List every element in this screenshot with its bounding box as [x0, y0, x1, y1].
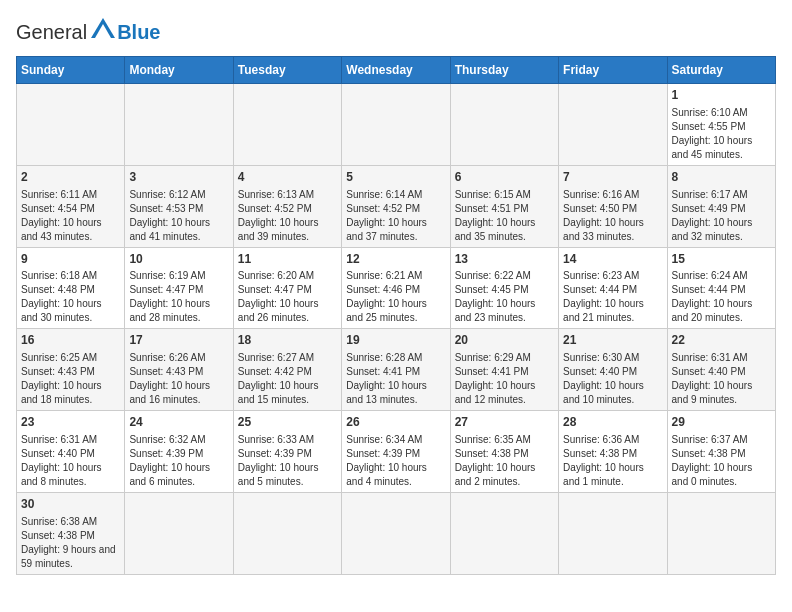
day-info: Sunrise: 6:29 AM Sunset: 4:41 PM Dayligh…	[455, 351, 554, 407]
day-info: Sunrise: 6:34 AM Sunset: 4:39 PM Dayligh…	[346, 433, 445, 489]
logo: General Blue	[16, 16, 161, 48]
day-info: Sunrise: 6:14 AM Sunset: 4:52 PM Dayligh…	[346, 188, 445, 244]
day-number: 3	[129, 169, 228, 186]
calendar-cell	[559, 492, 667, 574]
day-number: 10	[129, 251, 228, 268]
calendar-header-row: SundayMondayTuesdayWednesdayThursdayFrid…	[17, 57, 776, 84]
day-number: 23	[21, 414, 120, 431]
calendar-cell: 6Sunrise: 6:15 AM Sunset: 4:51 PM Daylig…	[450, 165, 558, 247]
calendar-cell: 20Sunrise: 6:29 AM Sunset: 4:41 PM Dayli…	[450, 329, 558, 411]
day-number: 11	[238, 251, 337, 268]
day-number: 7	[563, 169, 662, 186]
calendar-cell: 24Sunrise: 6:32 AM Sunset: 4:39 PM Dayli…	[125, 411, 233, 493]
calendar-cell	[17, 84, 125, 166]
weekday-header: Friday	[559, 57, 667, 84]
calendar-cell: 10Sunrise: 6:19 AM Sunset: 4:47 PM Dayli…	[125, 247, 233, 329]
weekday-header: Saturday	[667, 57, 775, 84]
day-number: 20	[455, 332, 554, 349]
weekday-header: Thursday	[450, 57, 558, 84]
day-info: Sunrise: 6:15 AM Sunset: 4:51 PM Dayligh…	[455, 188, 554, 244]
calendar-cell: 9Sunrise: 6:18 AM Sunset: 4:48 PM Daylig…	[17, 247, 125, 329]
calendar-cell: 19Sunrise: 6:28 AM Sunset: 4:41 PM Dayli…	[342, 329, 450, 411]
logo-blue-text: Blue	[117, 21, 160, 44]
calendar-cell: 23Sunrise: 6:31 AM Sunset: 4:40 PM Dayli…	[17, 411, 125, 493]
day-number: 6	[455, 169, 554, 186]
day-info: Sunrise: 6:18 AM Sunset: 4:48 PM Dayligh…	[21, 269, 120, 325]
day-info: Sunrise: 6:33 AM Sunset: 4:39 PM Dayligh…	[238, 433, 337, 489]
calendar-cell	[342, 84, 450, 166]
page-header: General Blue	[16, 16, 776, 48]
calendar-cell	[233, 492, 341, 574]
week-row: 9Sunrise: 6:18 AM Sunset: 4:48 PM Daylig…	[17, 247, 776, 329]
day-info: Sunrise: 6:27 AM Sunset: 4:42 PM Dayligh…	[238, 351, 337, 407]
calendar-cell	[450, 492, 558, 574]
calendar-cell: 1Sunrise: 6:10 AM Sunset: 4:55 PM Daylig…	[667, 84, 775, 166]
week-row: 16Sunrise: 6:25 AM Sunset: 4:43 PM Dayli…	[17, 329, 776, 411]
day-number: 22	[672, 332, 771, 349]
day-info: Sunrise: 6:19 AM Sunset: 4:47 PM Dayligh…	[129, 269, 228, 325]
day-number: 27	[455, 414, 554, 431]
day-number: 17	[129, 332, 228, 349]
calendar-cell: 12Sunrise: 6:21 AM Sunset: 4:46 PM Dayli…	[342, 247, 450, 329]
day-info: Sunrise: 6:36 AM Sunset: 4:38 PM Dayligh…	[563, 433, 662, 489]
day-number: 25	[238, 414, 337, 431]
calendar-cell	[667, 492, 775, 574]
calendar-table: SundayMondayTuesdayWednesdayThursdayFrid…	[16, 56, 776, 575]
day-number: 2	[21, 169, 120, 186]
day-info: Sunrise: 6:35 AM Sunset: 4:38 PM Dayligh…	[455, 433, 554, 489]
calendar-cell: 2Sunrise: 6:11 AM Sunset: 4:54 PM Daylig…	[17, 165, 125, 247]
calendar-cell: 26Sunrise: 6:34 AM Sunset: 4:39 PM Dayli…	[342, 411, 450, 493]
calendar-cell	[233, 84, 341, 166]
day-number: 16	[21, 332, 120, 349]
day-number: 14	[563, 251, 662, 268]
day-number: 5	[346, 169, 445, 186]
week-row: 23Sunrise: 6:31 AM Sunset: 4:40 PM Dayli…	[17, 411, 776, 493]
week-row: 2Sunrise: 6:11 AM Sunset: 4:54 PM Daylig…	[17, 165, 776, 247]
calendar-cell: 25Sunrise: 6:33 AM Sunset: 4:39 PM Dayli…	[233, 411, 341, 493]
weekday-header: Monday	[125, 57, 233, 84]
day-info: Sunrise: 6:17 AM Sunset: 4:49 PM Dayligh…	[672, 188, 771, 244]
day-info: Sunrise: 6:30 AM Sunset: 4:40 PM Dayligh…	[563, 351, 662, 407]
calendar-cell	[450, 84, 558, 166]
logo-text: General	[16, 21, 87, 44]
week-row: 30Sunrise: 6:38 AM Sunset: 4:38 PM Dayli…	[17, 492, 776, 574]
calendar-cell: 22Sunrise: 6:31 AM Sunset: 4:40 PM Dayli…	[667, 329, 775, 411]
day-number: 18	[238, 332, 337, 349]
calendar-cell: 17Sunrise: 6:26 AM Sunset: 4:43 PM Dayli…	[125, 329, 233, 411]
day-info: Sunrise: 6:12 AM Sunset: 4:53 PM Dayligh…	[129, 188, 228, 244]
calendar-cell: 28Sunrise: 6:36 AM Sunset: 4:38 PM Dayli…	[559, 411, 667, 493]
week-row: 1Sunrise: 6:10 AM Sunset: 4:55 PM Daylig…	[17, 84, 776, 166]
calendar-cell	[342, 492, 450, 574]
calendar-cell	[125, 492, 233, 574]
day-number: 1	[672, 87, 771, 104]
calendar-cell: 13Sunrise: 6:22 AM Sunset: 4:45 PM Dayli…	[450, 247, 558, 329]
calendar-cell: 18Sunrise: 6:27 AM Sunset: 4:42 PM Dayli…	[233, 329, 341, 411]
day-info: Sunrise: 6:20 AM Sunset: 4:47 PM Dayligh…	[238, 269, 337, 325]
calendar-cell: 11Sunrise: 6:20 AM Sunset: 4:47 PM Dayli…	[233, 247, 341, 329]
day-number: 30	[21, 496, 120, 513]
day-info: Sunrise: 6:10 AM Sunset: 4:55 PM Dayligh…	[672, 106, 771, 162]
day-number: 13	[455, 251, 554, 268]
calendar-cell	[125, 84, 233, 166]
day-info: Sunrise: 6:37 AM Sunset: 4:38 PM Dayligh…	[672, 433, 771, 489]
day-info: Sunrise: 6:31 AM Sunset: 4:40 PM Dayligh…	[672, 351, 771, 407]
day-info: Sunrise: 6:23 AM Sunset: 4:44 PM Dayligh…	[563, 269, 662, 325]
calendar-cell: 8Sunrise: 6:17 AM Sunset: 4:49 PM Daylig…	[667, 165, 775, 247]
logo-icon	[89, 16, 117, 44]
weekday-header: Sunday	[17, 57, 125, 84]
day-info: Sunrise: 6:28 AM Sunset: 4:41 PM Dayligh…	[346, 351, 445, 407]
weekday-header: Tuesday	[233, 57, 341, 84]
day-info: Sunrise: 6:25 AM Sunset: 4:43 PM Dayligh…	[21, 351, 120, 407]
calendar-cell: 30Sunrise: 6:38 AM Sunset: 4:38 PM Dayli…	[17, 492, 125, 574]
day-number: 29	[672, 414, 771, 431]
day-number: 26	[346, 414, 445, 431]
day-info: Sunrise: 6:38 AM Sunset: 4:38 PM Dayligh…	[21, 515, 120, 571]
calendar-cell: 16Sunrise: 6:25 AM Sunset: 4:43 PM Dayli…	[17, 329, 125, 411]
day-info: Sunrise: 6:11 AM Sunset: 4:54 PM Dayligh…	[21, 188, 120, 244]
calendar-cell: 5Sunrise: 6:14 AM Sunset: 4:52 PM Daylig…	[342, 165, 450, 247]
day-number: 28	[563, 414, 662, 431]
day-number: 9	[21, 251, 120, 268]
calendar-cell: 3Sunrise: 6:12 AM Sunset: 4:53 PM Daylig…	[125, 165, 233, 247]
day-number: 4	[238, 169, 337, 186]
day-info: Sunrise: 6:32 AM Sunset: 4:39 PM Dayligh…	[129, 433, 228, 489]
